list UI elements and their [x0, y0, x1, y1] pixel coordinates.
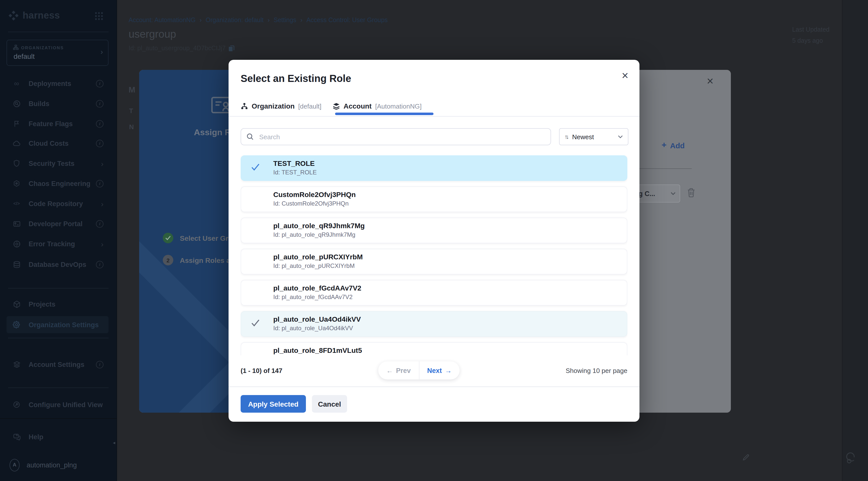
- sidebar-user: A automation_plng: [6, 456, 108, 474]
- sidebar: harness ORGANIZATIONS default ›: [0, 0, 117, 481]
- clipped-text-fragment: N: [129, 123, 135, 131]
- error-tracking-icon: [11, 240, 22, 247]
- sort-icon: ↑↓: [565, 133, 568, 140]
- layers-icon: [11, 361, 22, 368]
- entity-id-row: Id: pl_auto_usergroup_4D7bcCIJj7: [129, 45, 235, 52]
- sidebar-item-code-repository: </> Code Repository ›: [6, 195, 108, 212]
- builds-icon: [11, 100, 22, 107]
- chevron-right-icon: ›: [101, 240, 103, 248]
- sort-dropdown[interactable]: ↑↓ Newest: [559, 128, 628, 145]
- code-repository-icon: </>: [11, 201, 22, 206]
- sidebar-divider: [8, 388, 108, 388]
- sidebar-item-help: Help: [6, 428, 108, 445]
- sort-value: Newest: [572, 133, 594, 141]
- collapse-icon: ◀: [113, 441, 115, 444]
- role-row-test-role[interactable]: TEST_ROLE Id: TEST_ROLE: [241, 155, 627, 181]
- info-icon: i: [96, 180, 103, 187]
- sidebar-item-builds: Builds i: [6, 95, 108, 112]
- harness-logo: harness: [8, 10, 60, 21]
- sidebar-item-cloud-costs: Cloud Costs i: [6, 135, 108, 152]
- search-input[interactable]: [258, 132, 551, 141]
- harness-logo-icon: [8, 10, 19, 21]
- org-selector-value: default: [13, 52, 35, 60]
- step-number: 2: [163, 255, 173, 265]
- wizard-step-2: 2 Assign Roles an: [163, 255, 235, 265]
- sidebar-divider: [0, 418, 117, 419]
- entity-id: Id: pl_auto_usergroup_4D7bcCIJj7: [129, 45, 225, 52]
- sidebar-item-error-tracking: Error Tracking ›: [6, 235, 108, 252]
- harness-logo-text: harness: [23, 10, 60, 21]
- breadcrumb-organization: Organization: default: [206, 17, 264, 24]
- footer-divider: [228, 387, 640, 387]
- search-box: [241, 128, 551, 145]
- sidebar-item-security-tests: Security Tests ›: [6, 155, 108, 172]
- help-chat-icon: [11, 433, 22, 441]
- step-check-icon: [163, 233, 173, 243]
- prev-page-button[interactable]: ← Prev: [378, 361, 419, 380]
- close-icon: ×: [707, 74, 714, 88]
- info-icon: i: [96, 361, 103, 368]
- feature-flags-icon: [11, 120, 22, 127]
- chevron-right-icon: ›: [100, 47, 103, 56]
- role-row[interactable]: CustomRole2Ofvj3PHQn Id: CustomRole2Ofvj…: [241, 186, 627, 212]
- chaos-engineering-icon: [11, 180, 22, 187]
- tabs-divider: [228, 116, 640, 117]
- layers-icon: [333, 102, 340, 110]
- chevron-right-icon: ›: [300, 17, 302, 24]
- role-row-selected-soft[interactable]: pl_auto_role_Ua4Od4ikVV Id: pl_auto_role…: [241, 311, 627, 337]
- apply-selected-button[interactable]: Apply Selected: [241, 395, 306, 413]
- gear-icon: [11, 321, 22, 329]
- app-root: harness ORGANIZATIONS default ›: [0, 0, 868, 481]
- check-icon: [251, 319, 260, 327]
- database-devops-icon: [11, 261, 22, 268]
- info-icon: i: [96, 261, 103, 268]
- breadcrumb: Account: AutomationNG › Organization: de…: [129, 17, 388, 24]
- role-row[interactable]: pl_auto_role_qR9Jhmk7Mg Id: pl_auto_role…: [241, 218, 627, 243]
- projects-icon: [11, 300, 22, 308]
- per-page-label: Showing 10 per page: [566, 367, 627, 374]
- last-updated-label: Last Updated: [792, 26, 830, 33]
- chevron-down-icon: [671, 192, 676, 195]
- sidebar-item-projects: Projects: [6, 296, 108, 312]
- arrow-right-icon: →: [445, 367, 452, 374]
- support-chat-icon: [846, 452, 859, 465]
- sidebar-collapse-handle: ◀: [112, 430, 117, 454]
- security-tests-icon: [11, 160, 22, 167]
- page-right-gutter: [842, 0, 868, 481]
- sidebar-divider: [8, 288, 108, 289]
- last-updated-value: 5 days ago: [792, 37, 823, 44]
- sidebar-divider: [8, 32, 108, 32]
- next-page-button[interactable]: Next →: [419, 361, 460, 380]
- chevron-right-icon: ›: [101, 159, 103, 168]
- close-icon[interactable]: ×: [622, 70, 628, 82]
- wizard-step-1: Select User Gro: [163, 233, 232, 243]
- edit-pencil-icon: [742, 454, 749, 461]
- clipped-text-fragment: T: [129, 107, 135, 115]
- arrow-left-icon: ←: [386, 367, 393, 374]
- role-row[interactable]: pl_auto_role_pURCXIYrbM Id: pl_auto_role…: [241, 249, 627, 274]
- sidebar-item-deployments: ∞ Deployments i: [6, 75, 108, 92]
- sidebar-item-account-settings: Account Settings i: [6, 356, 108, 373]
- chevron-right-icon: ›: [200, 17, 202, 24]
- clipped-text-fragment: M: [129, 85, 138, 94]
- search-icon: [247, 133, 254, 140]
- info-icon: i: [96, 220, 103, 228]
- cancel-button[interactable]: Cancel: [312, 395, 347, 413]
- role-row[interactable]: pl_auto_role_8FD1mVLut5 Id: pl_auto_role…: [241, 342, 627, 355]
- sidebar-item-developer-portal: Developer Portal i: [6, 215, 108, 232]
- breadcrumb-settings: Settings: [274, 17, 297, 24]
- scope-tabs: Organization [default] Account [Automati…: [241, 98, 422, 114]
- sidebar-item-organization-settings: Organization Settings: [6, 316, 108, 333]
- tab-account[interactable]: Account [AutomationNG]: [333, 98, 422, 114]
- info-icon: i: [96, 100, 103, 107]
- organization-selector: ORGANIZATIONS default ›: [6, 40, 108, 66]
- pagination-control: ← Prev Next →: [378, 361, 460, 380]
- info-icon: i: [96, 140, 103, 147]
- plus-icon: +: [661, 140, 666, 150]
- apps-grid-icon: [94, 11, 103, 21]
- tab-organization[interactable]: Organization [default]: [241, 98, 321, 114]
- add-role-binding-button: + Add: [661, 140, 685, 150]
- breadcrumb-access-control: Access Control: User Groups: [306, 17, 388, 24]
- sidebar-divider: [8, 338, 108, 338]
- role-row[interactable]: pl_auto_role_fGcdAAv7V2 Id: pl_auto_role…: [241, 280, 627, 306]
